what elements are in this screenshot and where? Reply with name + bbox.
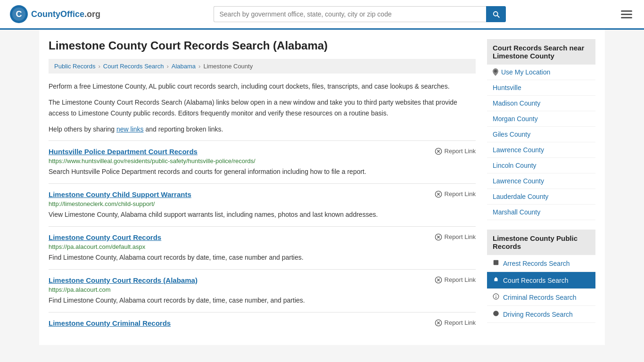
result-header: Limestone County Criminal Records Report… <box>49 319 476 327</box>
report-icon <box>435 233 442 241</box>
nearby-link-3[interactable]: Giles County <box>487 127 595 142</box>
main-layout: Limestone County Court Records Search (A… <box>39 30 605 345</box>
content-area: Limestone County Court Records Search (A… <box>49 39 476 336</box>
search-icon <box>492 10 500 18</box>
breadcrumb-alabama[interactable]: Alabama <box>172 63 196 70</box>
breadcrumb: Public Records › Court Records Search › … <box>49 59 476 74</box>
record-label-0: Arrest Records Search <box>503 260 570 267</box>
result-desc-0: Search Huntsville Police Department reco… <box>49 167 476 177</box>
report-icon <box>435 319 442 327</box>
use-my-location-link[interactable]: Use My Location <box>487 65 595 80</box>
report-icon <box>435 276 442 284</box>
nearby-link-7[interactable]: Lauderdale County <box>487 189 595 205</box>
public-record-link-0[interactable]: Arrest Records Search <box>487 255 595 272</box>
result-desc-2: Find Limestone County, Alabama court rec… <box>49 253 476 263</box>
public-record-link-3[interactable]: Driving Records Search <box>487 306 595 323</box>
search-input[interactable] <box>214 6 486 22</box>
record-label-3: Driving Records Search <box>503 311 573 318</box>
record-icon-1 <box>493 276 499 284</box>
result-title-0[interactable]: Huntsville Police Department Court Recor… <box>49 148 198 156</box>
svg-rect-19 <box>494 260 499 265</box>
record-label-1: Court Records Search <box>503 277 569 284</box>
nearby-link-2[interactable]: Morgan County <box>487 111 595 127</box>
public-record-link-2[interactable]: Criminal Records Search <box>487 289 595 306</box>
report-link-2[interactable]: Report Link <box>435 233 476 241</box>
nearby-link-4[interactable]: Lawrence County <box>487 142 595 158</box>
search-button[interactable] <box>486 6 506 22</box>
result-item: Limestone County Child Support Warrants … <box>49 183 476 226</box>
nearby-title: Court Records Search near Limestone Coun… <box>487 39 595 65</box>
record-icon-2 <box>493 293 499 301</box>
svg-point-23 <box>493 311 499 316</box>
report-link-0[interactable]: Report Link <box>435 148 476 155</box>
hamburger-menu-button[interactable] <box>619 8 635 21</box>
record-icon-3 <box>493 310 499 318</box>
report-link-3[interactable]: Report Link <box>435 276 476 284</box>
criminal-icon <box>493 293 499 300</box>
report-link-4[interactable]: Report Link <box>435 319 476 327</box>
result-title-4[interactable]: Limestone County Criminal Records <box>49 319 171 327</box>
result-header: Huntsville Police Department Court Recor… <box>49 148 476 156</box>
nearby-links: HuntsvilleMadison CountyMorgan CountyGil… <box>487 80 595 220</box>
result-title-3[interactable]: Limestone County Court Records (Alabama) <box>49 276 198 284</box>
logo-area: C CountyOffice.org <box>9 5 100 24</box>
desc-text-1: Perform a free Limestone County, AL publ… <box>49 81 476 91</box>
result-url-3[interactable]: https://pa.alacourt.com <box>49 286 476 293</box>
breadcrumb-court-records[interactable]: Court Records Search <box>103 63 164 70</box>
result-header: Limestone County Child Support Warrants … <box>49 190 476 198</box>
location-icon <box>493 68 498 76</box>
svg-point-22 <box>495 297 496 298</box>
result-desc-3: Find Limestone County, Alabama court rec… <box>49 296 476 305</box>
record-icon-0 <box>493 259 499 267</box>
record-label-2: Criminal Records Search <box>503 294 577 301</box>
result-item: Limestone County Criminal Records Report… <box>49 312 476 336</box>
result-url-1[interactable]: http://limestoneclerk.com/child-support/ <box>49 200 476 207</box>
nearby-link-8[interactable]: Marshall County <box>487 205 595 220</box>
menu-line <box>621 10 632 12</box>
public-records-links: Arrest Records Search Court Records Sear… <box>487 255 595 323</box>
public-record-link-1[interactable]: Court Records Search <box>487 272 595 289</box>
desc-text-3: Help others by sharing new links and rep… <box>49 124 476 134</box>
result-item: Limestone County Court Records (Alabama)… <box>49 269 476 312</box>
logo-text: CountyOffice.org <box>31 9 100 19</box>
result-title-1[interactable]: Limestone County Child Support Warrants <box>49 190 191 198</box>
page-title: Limestone County Court Records Search (A… <box>49 39 476 52</box>
result-desc-1: View Limestone County, Alabama child sup… <box>49 210 476 220</box>
menu-line <box>621 17 632 18</box>
report-link-1[interactable]: Report Link <box>435 190 476 198</box>
breadcrumb-current: Limestone County <box>203 63 253 70</box>
result-header: Limestone County Court Records (Alabama)… <box>49 276 476 284</box>
result-url-0[interactable]: https://www.huntsvilleal.gov/residents/p… <box>49 157 476 165</box>
svg-text:C: C <box>16 9 22 19</box>
sidebar: Court Records Search near Limestone Coun… <box>487 39 595 336</box>
nearby-link-1[interactable]: Madison County <box>487 96 595 111</box>
driving-icon <box>493 310 499 317</box>
public-records-section: Limestone County Public Records Arrest R… <box>487 230 595 323</box>
result-item: Huntsville Police Department Court Recor… <box>49 140 476 183</box>
nearby-link-5[interactable]: Lincoln County <box>487 158 595 173</box>
arrest-icon <box>493 259 499 266</box>
new-links-link[interactable]: new links <box>116 125 144 133</box>
desc-text-2: The Limestone County Court Records Searc… <box>49 97 476 118</box>
result-item: Limestone County Court Records Report Li… <box>49 226 476 269</box>
header: C CountyOffice.org <box>0 0 644 30</box>
search-area <box>214 6 506 22</box>
result-url-2[interactable]: https://pa.alacourt.com/default.aspx <box>49 243 476 250</box>
breadcrumb-public-records[interactable]: Public Records <box>54 63 95 70</box>
menu-line <box>621 14 632 15</box>
result-title-2[interactable]: Limestone County Court Records <box>49 233 161 241</box>
result-header: Limestone County Court Records Report Li… <box>49 233 476 241</box>
nearby-link-0[interactable]: Huntsville <box>487 80 595 96</box>
court-icon <box>493 276 499 283</box>
report-icon <box>435 148 442 155</box>
public-records-title: Limestone County Public Records <box>487 230 595 255</box>
report-icon <box>435 190 442 198</box>
nearby-link-6[interactable]: Lawrence County <box>487 173 595 189</box>
nearby-section: Court Records Search near Limestone Coun… <box>487 39 595 220</box>
results-list: Huntsville Police Department Court Recor… <box>49 140 476 336</box>
logo-icon: C <box>9 5 28 24</box>
